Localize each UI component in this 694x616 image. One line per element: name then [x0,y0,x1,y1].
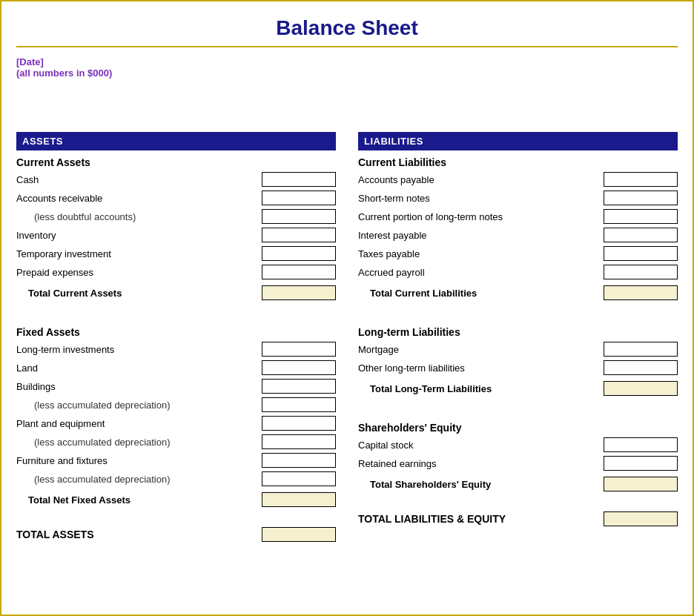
less-doubtful-input[interactable] [262,209,336,224]
longterm-liabilities-section: Long-term Liabilities Mortgage Other lon… [358,326,678,397]
assets-column: ASSETS Current Assets Cash Accounts rece… [16,132,336,542]
total-equity-row: Total Shareholders' Equity [358,476,678,492]
total-longterm-liabilities-input[interactable] [604,381,678,396]
list-item: Plant and equipment [16,415,336,431]
list-item: Capital stock [358,437,678,453]
list-item: Temporary investment [16,245,336,262]
list-item: Current portion of long-term notes [358,208,678,225]
list-item: Land [16,360,336,376]
capital-stock-input[interactable] [604,437,678,452]
list-item: Accounts payable [358,171,678,188]
list-item: Cash [16,171,336,188]
current-assets-section: Current Assets Cash Accounts receivable … [16,156,336,301]
total-equity-input[interactable] [604,477,678,491]
longterm-investments-input[interactable] [262,342,336,357]
total-liabilities-equity-row: TOTAL LIABILITIES & EQUITY [358,507,678,526]
list-item: Furniture and fixtures [16,452,336,468]
list-item: Taxes payable [358,245,678,262]
cash-input[interactable] [262,172,336,187]
current-assets-title: Current Assets [16,156,336,168]
list-item: (less accumulated depreciation) [16,434,336,450]
fixed-assets-title: Fixed Assets [16,326,336,338]
current-liabilities-title: Current Liabilities [358,156,678,168]
accrued-payroll-input[interactable] [604,265,678,279]
less-accum-dep-furniture-input[interactable] [262,471,336,486]
list-item: Mortgage [358,341,678,357]
list-item: (less doubtful accounts) [16,208,336,225]
total-assets-input[interactable] [262,527,336,542]
less-accum-dep-buildings-input[interactable] [262,397,336,412]
list-item: Buildings [16,378,336,394]
liabilities-column: LIABILITIES Current Liabilities Accounts… [358,132,678,542]
other-longterm-liabilities-input[interactable] [604,360,678,375]
mortgage-input[interactable] [604,342,678,357]
plant-equipment-input[interactable] [262,416,336,431]
longterm-liabilities-title: Long-term Liabilities [358,326,678,338]
accounts-payable-input[interactable] [604,172,678,187]
page-title: Balance Sheet [16,9,678,47]
interest-payable-input[interactable] [604,228,678,242]
list-item: Accrued payroll [358,264,678,280]
list-item: Short-term notes [358,190,678,206]
total-current-assets-input[interactable] [262,285,336,300]
total-net-fixed-assets-row: Total Net Fixed Assets [16,491,336,508]
taxes-payable-input[interactable] [604,246,678,261]
inventory-input[interactable] [262,228,336,242]
list-item: Inventory [16,227,336,243]
fixed-assets-section: Fixed Assets Long-term investments Land … [16,326,336,508]
equity-title: Shareholders' Equity [358,422,678,434]
list-item: Long-term investments [16,341,336,357]
total-liabilities-equity-input[interactable] [604,511,678,526]
total-current-assets-row: Total Current Assets [16,285,336,301]
furniture-fixtures-input[interactable] [262,453,336,468]
list-item: Other long-term liabilities [358,360,678,376]
total-longterm-liabilities-row: Total Long-Term Liabilities [358,380,678,397]
total-current-liabilities-input[interactable] [604,285,678,300]
list-item: Prepaid expenses [16,264,336,280]
numbers-label: (all numbers in $000) [16,67,678,79]
prepaid-expenses-input[interactable] [262,265,336,279]
buildings-input[interactable] [262,379,336,394]
list-item: (less accumulated depreciation) [16,471,336,487]
date-label: [Date] [16,56,678,67]
total-current-liabilities-row: Total Current Liabilities [358,285,678,301]
land-input[interactable] [262,360,336,375]
liabilities-header: LIABILITIES [358,132,678,150]
current-portion-longterm-input[interactable] [604,209,678,224]
list-item: Interest payable [358,227,678,243]
equity-section: Shareholders' Equity Capital stock Retai… [358,422,678,492]
list-item: (less accumulated depreciation) [16,397,336,413]
accounts-receivable-input[interactable] [262,191,336,205]
assets-header: ASSETS [16,132,336,150]
total-net-fixed-assets-input[interactable] [262,492,336,507]
temporary-investment-input[interactable] [262,246,336,261]
current-liabilities-section: Current Liabilities Accounts payable Sho… [358,156,678,301]
total-assets-row: TOTAL ASSETS [16,523,336,542]
list-item: Accounts receivable [16,190,336,206]
retained-earnings-input[interactable] [604,456,678,471]
short-term-notes-input[interactable] [604,191,678,205]
less-accum-dep-plant-input[interactable] [262,434,336,449]
list-item: Retained earnings [358,455,678,471]
